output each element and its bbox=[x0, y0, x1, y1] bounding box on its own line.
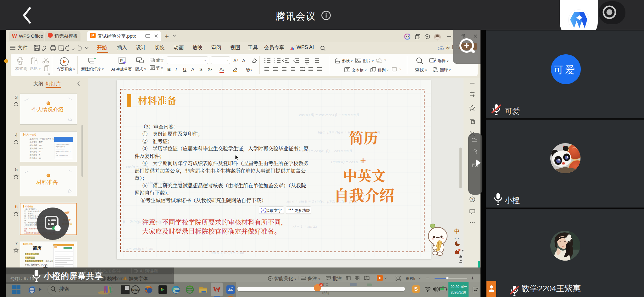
svg-text:?: ? bbox=[471, 198, 473, 201]
svg-text:文: 文 bbox=[433, 69, 435, 72]
svg-text:P: P bbox=[120, 58, 123, 63]
svg-text:A: A bbox=[436, 68, 438, 71]
svg-text:A: A bbox=[262, 209, 264, 212]
